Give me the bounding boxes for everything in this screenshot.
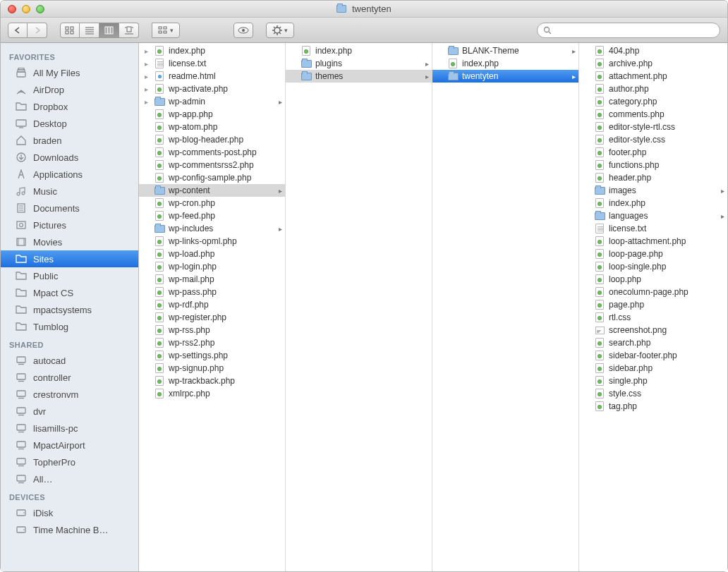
coverflow-view-button[interactable] — [119, 23, 139, 38]
folder-row[interactable]: ▸languages▸ — [579, 209, 727, 222]
sidebar-item-airdrop[interactable]: AirDrop — [1, 81, 138, 98]
sidebar-item-all-my-files[interactable]: All My Files — [1, 64, 138, 81]
action-button[interactable]: ▾ — [266, 23, 294, 38]
file-row[interactable]: ▸functions.php▸ — [579, 159, 727, 171]
file-row[interactable]: ▸sidebar.php▸ — [579, 362, 727, 375]
sidebar-item-public[interactable]: Public — [1, 267, 138, 284]
file-row[interactable]: ▸tag.php▸ — [579, 400, 727, 413]
file-row[interactable]: ▸header.php▸ — [579, 171, 727, 184]
file-row[interactable]: ▸editor-style-rtl.css▸ — [579, 121, 727, 133]
column-view-button[interactable] — [99, 23, 119, 38]
folder-row[interactable]: ▸wp-includes▸ — [139, 222, 285, 235]
file-row[interactable]: ▸sidebar-footer.php▸ — [579, 349, 727, 362]
sidebar-item-mpactsystems[interactable]: mpactsystems — [1, 301, 138, 318]
file-row[interactable]: ▸wp-trackback.php▸ — [139, 375, 285, 387]
close-button[interactable] — [8, 5, 16, 13]
file-row[interactable]: ▸single.php▸ — [579, 375, 727, 387]
file-row[interactable]: ▸style.css▸ — [579, 387, 727, 400]
folder-row[interactable]: ▸plugins▸ — [286, 57, 432, 70]
file-row[interactable]: ▸rtl.css▸ — [579, 311, 727, 324]
sidebar-item-topherpro[interactable]: TopherPro — [1, 454, 138, 470]
file-row[interactable]: ▸license.txt▸ — [579, 222, 727, 235]
sidebar-item-time-machine-b-[interactable]: Time Machine B… — [1, 521, 138, 538]
back-button[interactable] — [8, 23, 28, 38]
file-row[interactable]: ▸index.php▸ — [286, 44, 432, 57]
file-row[interactable]: ▸wp-pass.php▸ — [139, 286, 285, 298]
file-row[interactable]: ▸comments.php▸ — [579, 108, 727, 121]
file-row[interactable]: ▸wp-links-opml.php▸ — [139, 235, 285, 248]
sidebar-item-mpactairport[interactable]: MpactAirport — [1, 437, 138, 454]
file-row[interactable]: ▸wp-login.php▸ — [139, 260, 285, 273]
file-row[interactable]: ▸wp-comments-post.php▸ — [139, 146, 285, 159]
folder-row[interactable]: ▸BLANK-Theme▸ — [432, 44, 578, 57]
list-view-button[interactable] — [80, 23, 99, 38]
sidebar-item-all-[interactable]: All… — [1, 470, 138, 487]
sidebar-item-lisamills-pc[interactable]: lisamills-pc — [1, 420, 138, 437]
folder-row[interactable]: ▸wp-content▸ — [139, 184, 285, 197]
file-row[interactable]: ▸wp-config-sample.php▸ — [139, 171, 285, 184]
sidebar-item-pictures[interactable]: Pictures — [1, 217, 138, 233]
sidebar-item-movies[interactable]: Movies — [1, 233, 138, 250]
file-row[interactable]: ▸attachment.php▸ — [579, 70, 727, 83]
file-row[interactable]: ▸wp-blog-header.php▸ — [139, 133, 285, 146]
file-row[interactable]: ▸loop-attachment.php▸ — [579, 235, 727, 248]
search-input[interactable] — [556, 25, 714, 35]
file-row[interactable]: ▸wp-signup.php▸ — [139, 362, 285, 375]
file-row[interactable]: ▸wp-commentsrss2.php▸ — [139, 159, 285, 171]
quicklook-button[interactable] — [233, 23, 253, 38]
sidebar-item-tumblog[interactable]: Tumblog — [1, 318, 138, 335]
sidebar-item-downloads[interactable]: Downloads — [1, 149, 138, 166]
file-row[interactable]: ▸author.php▸ — [579, 83, 727, 95]
file-row[interactable]: ▸wp-atom.php▸ — [139, 121, 285, 133]
file-row[interactable]: ▸screenshot.png▸ — [579, 324, 727, 336]
folder-row[interactable]: ▸twentyten▸ — [432, 70, 578, 83]
sidebar-item-documents[interactable]: Documents — [1, 200, 138, 217]
file-row[interactable]: ▸wp-register.php▸ — [139, 311, 285, 324]
search-field[interactable] — [537, 23, 720, 38]
file-row[interactable]: ▸wp-settings.php▸ — [139, 349, 285, 362]
file-row[interactable]: ▸wp-feed.php▸ — [139, 209, 285, 222]
sidebar-item-idisk[interactable]: iDisk — [1, 504, 138, 521]
file-row[interactable]: ▸index.php▸ — [579, 197, 727, 209]
icon-view-button[interactable] — [60, 23, 80, 38]
file-row[interactable]: ▸loop-single.php▸ — [579, 260, 727, 273]
file-row[interactable]: ▸loop-page.php▸ — [579, 248, 727, 260]
sidebar-item-controller[interactable]: controller — [1, 369, 138, 386]
sidebar-item-crestronvm[interactable]: crestronvm — [1, 386, 138, 403]
file-row[interactable]: ▸wp-rss.php▸ — [139, 324, 285, 336]
file-row[interactable]: ▸wp-load.php▸ — [139, 248, 285, 260]
sidebar-item-autocad[interactable]: autocad — [1, 352, 138, 369]
file-row[interactable]: ▸wp-cron.php▸ — [139, 197, 285, 209]
file-row[interactable]: ▸loop.php▸ — [579, 273, 727, 286]
file-row[interactable]: ▸wp-activate.php▸ — [139, 83, 285, 95]
file-row[interactable]: ▸wp-app.php▸ — [139, 108, 285, 121]
sidebar-item-sites[interactable]: Sites — [1, 250, 138, 267]
file-row[interactable]: ▸wp-rss2.php▸ — [139, 336, 285, 349]
folder-row[interactable]: ▸themes▸ — [286, 70, 432, 83]
arrange-button[interactable]: ▾ — [152, 23, 180, 38]
sidebar-item-desktop[interactable]: Desktop — [1, 115, 138, 132]
file-row[interactable]: ▸onecolumn-page.php▸ — [579, 286, 727, 298]
file-row[interactable]: ▸search.php▸ — [579, 336, 727, 349]
sidebar-item-applications[interactable]: Applications — [1, 166, 138, 183]
file-row[interactable]: ▸license.txt▸ — [139, 57, 285, 70]
file-row[interactable]: ▸wp-rdf.php▸ — [139, 298, 285, 311]
file-row[interactable]: ▸editor-style.css▸ — [579, 133, 727, 146]
file-row[interactable]: ▸category.php▸ — [579, 95, 727, 108]
file-row[interactable]: ▸footer.php▸ — [579, 146, 727, 159]
file-row[interactable]: ▸wp-mail.php▸ — [139, 273, 285, 286]
file-row[interactable]: ▸readme.html▸ — [139, 70, 285, 83]
folder-row[interactable]: ▸wp-admin▸ — [139, 95, 285, 108]
sidebar-item-dvr[interactable]: dvr — [1, 403, 138, 420]
file-row[interactable]: ▸index.php▸ — [432, 57, 578, 70]
file-row[interactable]: ▸archive.php▸ — [579, 57, 727, 70]
zoom-button[interactable] — [36, 5, 44, 13]
file-row[interactable]: ▸index.php▸ — [139, 44, 285, 57]
minimize-button[interactable] — [22, 5, 30, 13]
sidebar-item-dropbox[interactable]: Dropbox — [1, 98, 138, 115]
file-row[interactable]: ▸404.php▸ — [579, 44, 727, 57]
file-row[interactable]: ▸xmlrpc.php▸ — [139, 387, 285, 400]
sidebar-item-braden[interactable]: braden — [1, 132, 138, 149]
file-row[interactable]: ▸page.php▸ — [579, 298, 727, 311]
sidebar-item-mpact-cs[interactable]: Mpact CS — [1, 284, 138, 301]
